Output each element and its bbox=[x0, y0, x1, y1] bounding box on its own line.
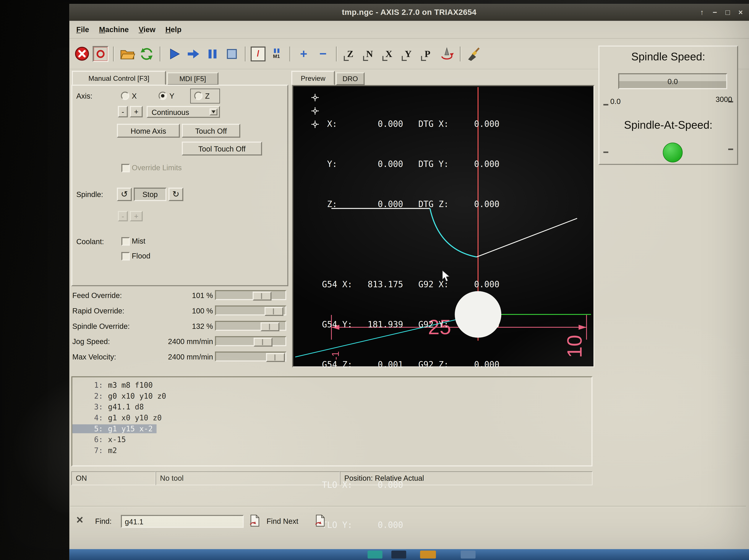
axis-y-radio[interactable] bbox=[158, 92, 167, 100]
view-front-button[interactable]: Y bbox=[400, 45, 417, 62]
rapid-override-slider-handle[interactable] bbox=[264, 307, 283, 316]
mist-checkbox[interactable] bbox=[121, 237, 130, 245]
gcode-line[interactable]: 2:g0 x10 y10 z0 bbox=[72, 391, 592, 402]
menu-bar: File Machine View Help bbox=[69, 21, 749, 39]
pause-button[interactable] bbox=[204, 45, 221, 62]
machine-power-button[interactable] bbox=[93, 46, 108, 62]
rapid-override-value: 100 % bbox=[144, 307, 213, 315]
gcode-line-active[interactable]: 5:g1 y15 x-2 bbox=[72, 423, 592, 434]
gcode-line[interactable]: 7:m2 bbox=[72, 445, 592, 456]
window-title: tmp.ngc - AXIS 2.7.0 on TRIAX2654 bbox=[342, 8, 476, 17]
axis-z-radio[interactable] bbox=[194, 92, 202, 100]
skip-lines-button[interactable]: / bbox=[251, 46, 265, 61]
spindle-slower-button[interactable]: - bbox=[118, 211, 128, 221]
touch-off-button[interactable]: Touch Off bbox=[182, 124, 240, 138]
rapid-override-slider[interactable] bbox=[215, 306, 286, 315]
reload-icon bbox=[139, 46, 154, 61]
jog-speed-slider[interactable] bbox=[215, 336, 286, 346]
find-next-icon[interactable] bbox=[249, 514, 261, 530]
view-top-button[interactable]: Z bbox=[342, 45, 359, 62]
menu-file[interactable]: File bbox=[71, 25, 94, 33]
home-axis-button[interactable]: Home Axis bbox=[117, 124, 180, 138]
find-input[interactable] bbox=[121, 515, 244, 528]
shade-window-button[interactable]: ↑ bbox=[697, 6, 707, 18]
divider bbox=[70, 506, 746, 507]
gcode-line[interactable]: 6:x-15 bbox=[72, 434, 592, 445]
jog-speed-slider-handle[interactable] bbox=[254, 338, 272, 346]
open-file-button[interactable] bbox=[119, 45, 136, 62]
preview-canvas[interactable]: 25 -1 10 X: 0.000 DTG X: 0.000 Y: 0.0 bbox=[292, 85, 595, 367]
spindle-override-label: Spindle Override: bbox=[72, 322, 130, 330]
estop-button[interactable] bbox=[73, 45, 90, 62]
toolbar-separator bbox=[336, 46, 337, 61]
axis-x-radio[interactable] bbox=[121, 92, 129, 100]
max-velocity-value: 2400 mm/min bbox=[144, 353, 213, 361]
spindle-stop-button[interactable]: Stop bbox=[134, 188, 167, 201]
taskbar-item[interactable] bbox=[368, 551, 383, 559]
jog-mode-dropdown[interactable]: Continuous bbox=[147, 106, 220, 118]
gcode-listing: 1:m3 m8 f100 2:g0 x10 y10 z0 3:g41.1 d8 … bbox=[71, 376, 593, 466]
spindle-ccw-button[interactable]: ↺ bbox=[117, 188, 132, 201]
taskbar-item[interactable] bbox=[420, 551, 436, 559]
stop-square-icon bbox=[225, 47, 239, 61]
max-velocity-slider-handle[interactable] bbox=[266, 353, 285, 362]
jog-plus-button[interactable]: + bbox=[130, 106, 143, 117]
axis-y-label[interactable]: Y bbox=[169, 92, 174, 100]
menu-view[interactable]: View bbox=[134, 25, 160, 33]
tool-touch-off-button[interactable]: Tool Touch Off bbox=[182, 142, 262, 156]
rotate-view-button[interactable] bbox=[438, 45, 455, 62]
zoom-out-button[interactable]: − bbox=[315, 45, 331, 62]
jog-minus-button[interactable]: - bbox=[118, 106, 128, 117]
stop-program-button[interactable] bbox=[223, 45, 240, 62]
spindle-cw-button[interactable]: ↻ bbox=[169, 188, 183, 201]
view-side-button[interactable]: X bbox=[381, 45, 397, 62]
feed-override-slider[interactable] bbox=[215, 290, 286, 300]
minimize-window-button[interactable]: − bbox=[709, 6, 721, 18]
max-velocity-slider[interactable] bbox=[215, 352, 286, 361]
close-find-icon[interactable]: × bbox=[76, 513, 83, 527]
title-bar[interactable]: tmp.ngc - AXIS 2.7.0 on TRIAX2654 ↑ − □ … bbox=[69, 4, 749, 21]
find-previous-icon[interactable] bbox=[314, 514, 326, 530]
toolbar-separator bbox=[159, 46, 161, 61]
gcode-line[interactable]: 1:m3 m8 f100 bbox=[72, 380, 592, 391]
spindle-override-slider[interactable] bbox=[215, 321, 286, 331]
homed-crosshair-icon bbox=[311, 107, 319, 115]
zoom-in-button[interactable]: + bbox=[295, 45, 312, 62]
taskbar-item[interactable] bbox=[461, 551, 475, 559]
find-next-button[interactable]: Find Next bbox=[266, 517, 298, 525]
run-from-line-button[interactable] bbox=[185, 45, 202, 62]
axis-z-label[interactable]: Z bbox=[205, 92, 210, 100]
view-perspective-button[interactable]: P bbox=[419, 45, 436, 62]
override-limits-checkbox[interactable] bbox=[121, 164, 130, 172]
menu-machine[interactable]: Machine bbox=[94, 25, 133, 33]
maximize-window-button[interactable]: □ bbox=[722, 6, 733, 18]
optional-pause-button[interactable]: M1 bbox=[268, 45, 285, 62]
mist-label[interactable]: Mist bbox=[132, 237, 145, 245]
override-limits-label[interactable]: Override Limits bbox=[132, 163, 182, 172]
feed-override-slider-handle[interactable] bbox=[253, 292, 272, 300]
taskbar-item[interactable] bbox=[391, 551, 406, 559]
gcode-line[interactable]: 4:g1 x0 y10 z0 bbox=[72, 412, 592, 423]
flood-label[interactable]: Flood bbox=[132, 252, 150, 260]
tab-manual-control[interactable]: Manual Control [F3] bbox=[72, 71, 166, 85]
estop-icon bbox=[74, 46, 89, 62]
open-folder-icon bbox=[120, 47, 135, 61]
axis-window: tmp.ngc - AXIS 2.7.0 on TRIAX2654 ↑ − □ … bbox=[69, 4, 749, 560]
view-rotated-top-button[interactable]: N bbox=[361, 45, 378, 62]
run-program-button[interactable] bbox=[166, 45, 183, 62]
gcode-line[interactable]: 3:g41.1 d8 bbox=[72, 402, 592, 412]
clear-plot-button[interactable] bbox=[466, 45, 483, 62]
spindle-faster-button[interactable]: + bbox=[130, 211, 143, 221]
flood-checkbox[interactable] bbox=[121, 252, 130, 260]
spindle-override-slider-handle[interactable] bbox=[261, 322, 279, 331]
axis-x-label[interactable]: X bbox=[132, 92, 137, 100]
jog-speed-value: 2400 mm/min bbox=[144, 337, 213, 345]
spindle-label: Spindle: bbox=[76, 190, 103, 199]
tab-dro[interactable]: DRO bbox=[336, 72, 365, 85]
close-window-button[interactable]: × bbox=[735, 6, 746, 18]
menu-help[interactable]: Help bbox=[160, 25, 187, 33]
find-label: Find: bbox=[95, 517, 112, 525]
reload-file-button[interactable] bbox=[138, 45, 155, 62]
tab-mdi[interactable]: MDI [F5] bbox=[167, 72, 218, 85]
tab-preview[interactable]: Preview bbox=[291, 71, 335, 85]
